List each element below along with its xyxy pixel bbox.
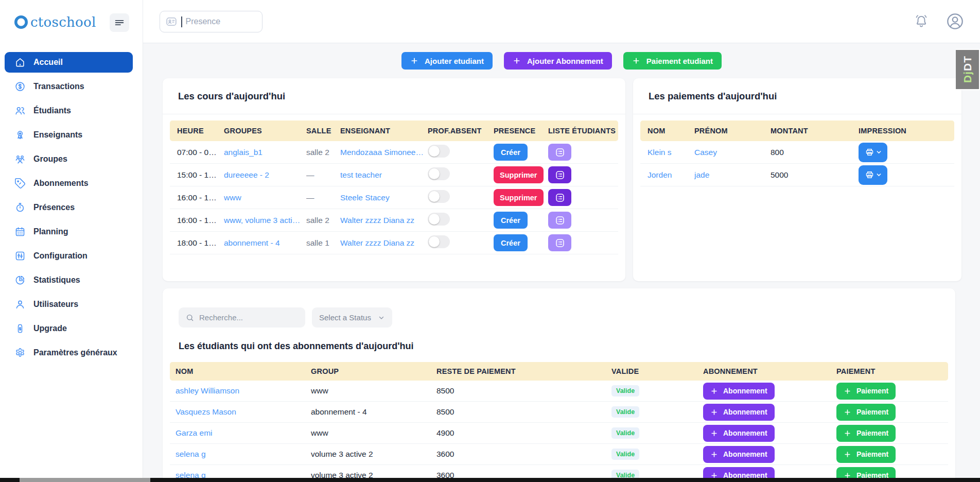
add-payment-row-button[interactable]: Paiement [836, 425, 896, 442]
student-name-link[interactable]: selena g [176, 450, 311, 459]
add-payment-row-button[interactable]: Paiement [836, 383, 896, 400]
presence-search-input[interactable] [186, 17, 257, 26]
remaining-payment: 8500 [436, 386, 611, 395]
subscription-row: Vasquezs Mason abonnement - 4 8500 Valid… [170, 402, 948, 423]
course-room: — [306, 170, 340, 180]
subscriptions-table: NOM GROUP RESTE DE PAIEMENT VALIDE ABONN… [170, 362, 948, 482]
student-name-link[interactable]: ashley Williamson [176, 386, 311, 395]
student-name-link[interactable]: Garza emi [176, 428, 311, 438]
course-teacher-link[interactable]: Walter zzzz Diana zz [340, 238, 428, 248]
presence-action-button[interactable]: Supprimer [494, 166, 544, 183]
notifications-bell-icon[interactable] [914, 13, 929, 29]
presence-action-button[interactable]: Supprimer [494, 189, 544, 206]
add-student-button[interactable]: Ajouter etudiant [401, 52, 493, 70]
payment-firstname-link[interactable]: Casey [694, 148, 771, 157]
payment-lastname-link[interactable]: Jorden [647, 170, 694, 180]
subscription-row: selena g volume 3 active 2 3600 Valide A… [170, 444, 948, 465]
id-badge-icon [165, 15, 178, 28]
payment-amount: 5000 [771, 170, 859, 180]
calendar-icon [14, 226, 26, 237]
course-group-link[interactable]: www, volume 3 active 2 [224, 216, 306, 225]
sidebar-item-statistiques[interactable]: Statistiques [5, 270, 133, 290]
students-icon [14, 105, 26, 116]
course-group-link[interactable]: anglais_b1 [224, 148, 306, 157]
sidebar-item-abonnements[interactable]: Abonnements [5, 173, 133, 194]
course-teacher-link[interactable]: Walter zzzz Diana zz [340, 216, 428, 225]
toggle-knob [429, 191, 440, 202]
subscriptions-filters: Select a Status [179, 307, 939, 328]
course-room: salle 2 [306, 216, 340, 225]
subscriptions-search-input[interactable] [199, 313, 299, 322]
sidebar-item-upgrade[interactable]: Upgrade [5, 318, 133, 339]
sidebar-item-etudiants[interactable]: Étudiants [5, 100, 133, 121]
subscription-row: ashley Williamson www 8500 Valide Abonne… [170, 381, 948, 402]
horizontal-scrollbar-thumb[interactable] [20, 478, 150, 482]
add-subscription-row-button[interactable]: Abonnement [703, 425, 775, 442]
student-list-button[interactable] [548, 166, 571, 183]
status-select[interactable]: Select a Status [312, 307, 392, 328]
payments-card-title: Les paiements d'aujourd'hui [649, 91, 777, 102]
student-list-button[interactable] [548, 234, 571, 251]
plus-icon [710, 408, 718, 416]
course-teacher-link[interactable]: test teacher [340, 170, 428, 180]
presence-search[interactable] [160, 11, 262, 32]
valide-status-badge: Valide [611, 449, 639, 460]
presence-action-button[interactable]: Créer [494, 144, 528, 161]
remaining-payment: 8500 [436, 407, 611, 417]
add-payment-row-button[interactable]: Paiement [836, 446, 896, 463]
payment-firstname-link[interactable]: jade [694, 170, 771, 180]
horizontal-scrollbar[interactable] [0, 478, 980, 482]
sidebar-item-transactions[interactable]: Transactions [5, 76, 133, 97]
user-avatar-icon[interactable] [946, 12, 965, 31]
presence-action-button[interactable]: Créer [494, 234, 528, 251]
course-group-link[interactable]: abonnement - 4 [224, 238, 306, 248]
sidebar-item-planning[interactable]: Planning [5, 221, 133, 242]
course-group-link[interactable]: dureeeee - 2 [224, 170, 306, 180]
add-payment-row-button[interactable]: Paiement [836, 404, 896, 421]
add-subscription-row-button[interactable]: Abonnement [703, 446, 775, 463]
django-debug-toolbar-handle[interactable]: DjDT [956, 49, 980, 90]
sidebar-item-enseignants[interactable]: Enseignants [5, 125, 133, 145]
sidebar-collapse-button[interactable] [110, 13, 129, 32]
app-logo[interactable]: ctoschool [13, 14, 96, 30]
add-subscription-row-button[interactable]: Abonnement [703, 404, 775, 421]
user-icon [14, 299, 26, 310]
prof-absent-toggle[interactable] [428, 167, 450, 180]
plus-icon [710, 387, 718, 395]
remaining-payment: 3600 [436, 450, 611, 459]
course-row: 15:00 - 17:00 dureeeee - 2 — test teache… [170, 164, 618, 186]
prof-absent-toggle[interactable] [428, 235, 450, 248]
prof-absent-toggle[interactable] [428, 145, 450, 158]
sidebar-item-configuration[interactable]: Configuration [5, 246, 133, 266]
sidebar-item-utilisateurs[interactable]: Utilisateurs [5, 294, 133, 315]
student-payment-button[interactable]: Paiement etudiant [623, 52, 722, 70]
presence-action-button[interactable]: Créer [494, 212, 528, 229]
student-list-button[interactable] [548, 212, 571, 229]
payments-card: Les paiements d'aujourd'hui NOM PRÉNOM M… [633, 78, 961, 281]
prof-absent-toggle[interactable] [428, 213, 450, 226]
prof-absent-toggle[interactable] [428, 190, 450, 203]
course-room: salle 2 [306, 148, 340, 157]
course-group-link[interactable]: www [224, 193, 306, 202]
sliders-icon [14, 250, 26, 262]
sidebar-item-presences[interactable]: Présences [5, 197, 133, 218]
print-receipt-button[interactable] [859, 165, 887, 185]
student-list-button[interactable] [548, 144, 571, 161]
add-subscription-button[interactable]: Ajouter Abonnement [504, 52, 612, 70]
subscription-row: Garza emi www 4900 Valide Abonnement [170, 423, 948, 444]
student-name-link[interactable]: Vasquezs Mason [176, 407, 311, 417]
add-subscription-row-button[interactable]: Abonnement [703, 383, 775, 400]
sidebar-item-groupes[interactable]: Groupes [5, 149, 133, 169]
course-teacher-link[interactable]: Steele Stacey [340, 193, 428, 202]
student-list-button[interactable] [548, 189, 571, 206]
payment-lastname-link[interactable]: Klein s [647, 148, 694, 157]
course-room: salle 1 [306, 238, 340, 248]
valide-status-badge: Valide [611, 406, 639, 418]
pie-chart-icon [14, 274, 26, 286]
sidebar-item-parametres-generaux[interactable]: Paramètres généraux [5, 342, 133, 363]
sidebar-item-accueil[interactable]: Accueil [5, 52, 133, 73]
plus-icon [410, 57, 418, 65]
course-teacher-link[interactable]: Mendozaaa Simoneeeee [340, 148, 428, 157]
print-receipt-button[interactable] [859, 143, 887, 162]
subscriptions-search[interactable] [179, 307, 305, 328]
